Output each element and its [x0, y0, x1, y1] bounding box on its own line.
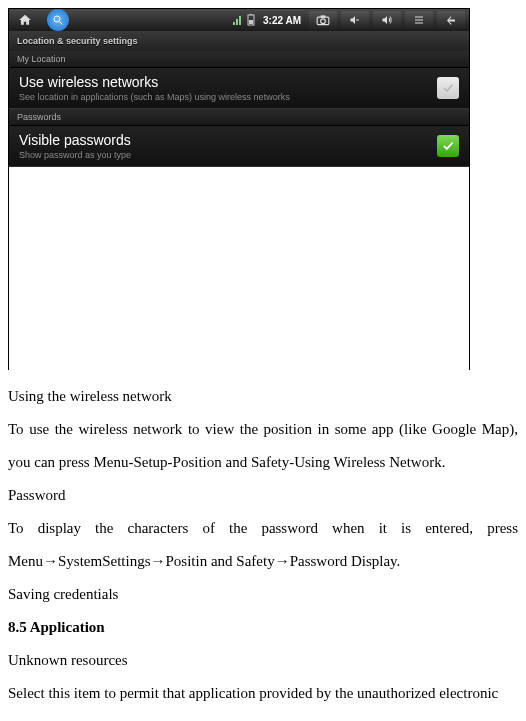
- search-icon[interactable]: [47, 9, 69, 31]
- document-body: Using the wireless network To use the wi…: [8, 370, 518, 721]
- heading-application: 8.5 Application: [8, 611, 518, 644]
- android-statusbar: 3:22 AM: [9, 9, 469, 31]
- checkbox-unchecked-icon[interactable]: [437, 77, 459, 99]
- pref-title: Visible passwords: [19, 132, 437, 148]
- paragraph: Password: [8, 479, 518, 512]
- screen-title: Location & security settings: [9, 31, 469, 51]
- camera-icon[interactable]: [309, 11, 337, 29]
- paragraph: To display the characters of the passwor…: [8, 512, 518, 578]
- svg-point-6: [321, 19, 326, 24]
- pref-use-wireless[interactable]: Use wireless networks See location in ap…: [9, 68, 469, 109]
- paragraph: Unknown resources: [8, 644, 518, 677]
- paragraph: Select this item to permit that applicat…: [8, 677, 518, 710]
- paragraph: To use the wireless network to view the …: [8, 413, 518, 479]
- section-my-location: My Location: [9, 51, 469, 68]
- pref-visible-passwords[interactable]: Visible passwords Show password as you t…: [9, 126, 469, 167]
- screenshot-empty-area: [9, 167, 469, 381]
- battery-icon: [247, 14, 255, 26]
- back-icon[interactable]: [437, 11, 465, 29]
- clock-time: 3:22 AM: [263, 15, 301, 26]
- paragraph: Using the wireless network: [8, 380, 518, 413]
- home-icon[interactable]: [15, 10, 35, 30]
- pref-title: Use wireless networks: [19, 74, 437, 90]
- volume-up-icon[interactable]: [373, 11, 401, 29]
- pref-subtitle: Show password as you type: [19, 150, 437, 160]
- svg-rect-3: [249, 20, 253, 24]
- volume-down-icon[interactable]: [341, 11, 369, 29]
- svg-rect-7: [321, 15, 326, 17]
- paragraph: Saving credentials: [8, 578, 518, 611]
- checkbox-checked-icon[interactable]: [437, 135, 459, 157]
- signal-icon: [233, 15, 243, 25]
- pref-subtitle: See location in applications (such as Ma…: [19, 92, 437, 102]
- screenshot: 3:22 AM Location & security settings My …: [8, 8, 470, 370]
- svg-point-0: [54, 16, 60, 22]
- svg-line-1: [60, 22, 63, 25]
- section-passwords: Passwords: [9, 109, 469, 126]
- svg-rect-4: [250, 14, 252, 15]
- menu-icon[interactable]: [405, 11, 433, 29]
